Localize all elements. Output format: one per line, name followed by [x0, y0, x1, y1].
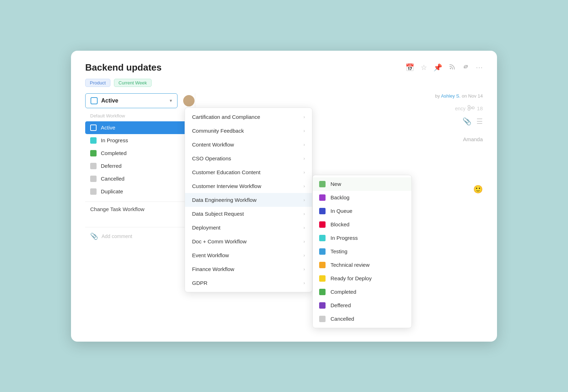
page-title: Backend updates — [85, 62, 162, 73]
menu-item-doc-comm[interactable]: Doc + Comm Workflow › — [185, 234, 312, 248]
menu-item-customer-edu[interactable]: Customer Education Content › — [185, 165, 312, 179]
share-icon — [468, 105, 475, 112]
sub-dot-tech-review — [319, 262, 326, 268]
left-panel: Active ▾ Default Workflow Active In Prog — [85, 93, 195, 252]
status-item-deferred[interactable]: Deferred — [85, 160, 195, 172]
chevron-icon: › — [304, 197, 305, 203]
sub-dot-blocked — [319, 221, 326, 228]
tag-week[interactable]: Current Week — [114, 79, 152, 87]
svg-line-7 — [470, 108, 472, 109]
chevron-icon: › — [304, 128, 305, 133]
sub-item-label: Deffered — [331, 302, 351, 308]
menu-item-label: Cartification and Compliance — [192, 114, 260, 120]
sub-item-tech-review[interactable]: Technical review — [313, 258, 411, 272]
sub-item-testing[interactable]: Testing — [313, 245, 411, 258]
chevron-icon: › — [304, 253, 305, 258]
menu-item-certification[interactable]: Cartification and Compliance › — [185, 110, 312, 124]
status-item-label: Cancelled — [101, 176, 125, 182]
workflow-label: Default Workflow — [85, 110, 195, 120]
menu-item-label: Customer Interview Workflow — [192, 183, 261, 189]
status-item-active[interactable]: Active — [85, 121, 195, 134]
sub-item-cancelled[interactable]: Cancelled — [313, 312, 411, 326]
stat-count: 18 — [477, 105, 483, 111]
status-dot-completed — [90, 150, 97, 156]
sub-item-label: Completed — [331, 289, 356, 295]
status-item-duplicate[interactable]: Duplicate — [85, 185, 195, 198]
more-icon[interactable]: ⋯ — [476, 63, 483, 72]
ency-text: ency — [455, 106, 466, 111]
menu-item-label: CSO Operations — [192, 155, 231, 161]
menu-item-deployment[interactable]: Deployment › — [185, 221, 312, 234]
menu-item-event[interactable]: Event Workflow › — [185, 248, 312, 262]
middle-dropdown-menu: Cartification and Compliance › Community… — [185, 107, 312, 292]
menu-item-community[interactable]: Community Feedback › — [185, 124, 312, 138]
sub-item-inqueue[interactable]: In Queue — [313, 204, 411, 218]
avatar — [183, 95, 195, 106]
sub-dot-testing — [319, 248, 326, 255]
menu-item-label: Doc + Comm Workflow — [192, 238, 247, 244]
sub-item-backlog[interactable]: Backlog — [313, 191, 411, 204]
dropdown-arrow-icon: ▾ — [170, 98, 172, 103]
pin-icon[interactable]: 📌 — [433, 63, 442, 72]
menu-item-label: Customer Education Content — [192, 169, 261, 175]
status-dot-cancelled — [90, 176, 97, 182]
list-icon[interactable]: ☰ — [476, 117, 483, 126]
author-name[interactable]: Ashley S. — [441, 93, 460, 99]
tag-product[interactable]: Product — [85, 79, 110, 87]
change-task-workflow[interactable]: Change Task Workflow › — [85, 201, 195, 216]
status-item-label: Deferred — [101, 163, 121, 169]
sub-item-new[interactable]: New — [313, 177, 411, 191]
link-icon[interactable] — [462, 63, 469, 72]
chevron-icon: › — [304, 170, 305, 175]
sub-item-ready-deploy[interactable]: Ready for Deploy — [313, 272, 411, 285]
svg-point-1 — [186, 97, 191, 102]
menu-item-content[interactable]: Content Workflow › — [185, 138, 312, 151]
by-line: by Ashley S. on Nov 14 — [206, 93, 483, 99]
status-item-completed[interactable]: Completed — [85, 147, 195, 160]
sub-item-label: New — [331, 181, 341, 187]
menu-item-finance[interactable]: Finance Workflow › — [185, 262, 312, 276]
sub-item-label: Backlog — [331, 194, 349, 200]
menu-item-cso[interactable]: CSO Operations › — [185, 151, 312, 165]
sub-item-label: Testing — [331, 248, 348, 254]
status-dot-duplicate — [90, 188, 97, 195]
menu-item-label: Finance Workflow — [192, 266, 234, 272]
sub-dot-ready-deploy — [319, 275, 326, 282]
menu-item-data-subject[interactable]: Data Subject Request › — [185, 207, 312, 221]
status-dropdown[interactable]: Active ▾ — [85, 93, 178, 108]
menu-item-customer-interview[interactable]: Customer Interview Workflow › — [185, 179, 312, 193]
add-comment-row[interactable]: 📎 Add comment — [85, 227, 195, 245]
status-item-cancelled[interactable]: Cancelled — [85, 172, 195, 185]
menu-item-label: Data Subject Request — [192, 211, 244, 217]
menu-item-label: Deployment — [192, 225, 220, 231]
sub-item-label: Technical review — [331, 262, 370, 268]
star-icon[interactable]: ☆ — [421, 63, 427, 72]
calendar-icon[interactable]: 📅 — [405, 63, 414, 72]
menu-item-data-engineering[interactable]: Data Engineering Workflow › — [185, 193, 312, 207]
sub-item-inprogress[interactable]: In Progress — [313, 231, 411, 245]
chevron-icon: › — [304, 225, 305, 230]
sub-dot-new — [319, 181, 326, 187]
sub-item-label: Blocked — [331, 221, 349, 227]
svg-point-0 — [450, 68, 451, 69]
change-workflow-label: Change Task Workflow — [90, 206, 144, 212]
header-icons: 📅 ☆ 📌 ⋯ — [405, 63, 483, 72]
sub-item-blocked[interactable]: Blocked — [313, 218, 411, 231]
status-item-inprogress[interactable]: In Progress — [85, 134, 195, 147]
svg-point-5 — [468, 108, 470, 110]
rss-icon[interactable] — [449, 63, 456, 72]
chevron-icon: › — [304, 114, 305, 120]
attachment-icon[interactable]: 📎 — [463, 117, 471, 126]
svg-point-3 — [472, 107, 474, 109]
emoji-icon[interactable]: 🙂 — [473, 185, 483, 194]
sub-dot-inprogress — [319, 235, 326, 241]
status-item-label: Duplicate — [101, 188, 123, 194]
menu-item-gdpr[interactable]: GDPR › — [185, 276, 312, 290]
add-comment-label: Add comment — [102, 233, 132, 239]
status-item-label: Active — [101, 125, 115, 131]
sub-item-completed[interactable]: Completed — [313, 285, 411, 299]
sub-item-label: Ready for Deploy — [331, 275, 372, 281]
menu-item-label: Content Workflow — [192, 142, 234, 148]
sub-item-deffered[interactable]: Deffered — [313, 299, 411, 312]
menu-item-label: Data Engineering Workflow — [192, 197, 256, 203]
